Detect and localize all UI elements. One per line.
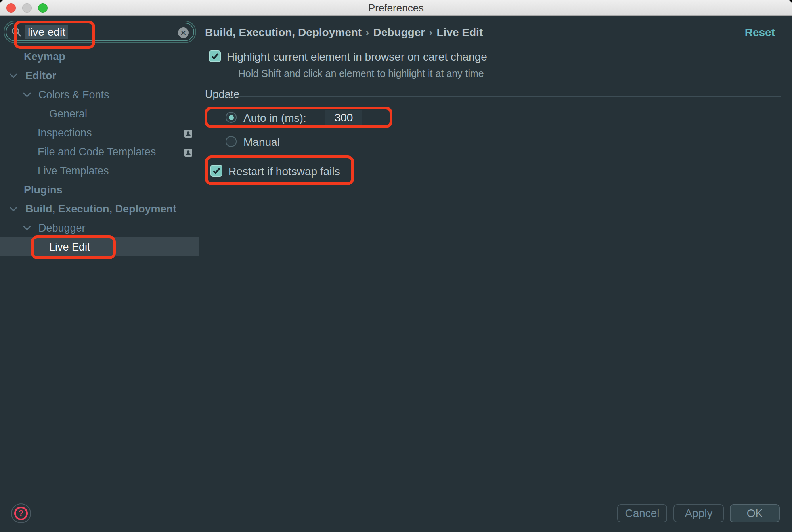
breadcrumb-part: Live Edit — [437, 26, 483, 38]
highlight-hint-text: Hold Shift and click an element to highl… — [238, 68, 484, 79]
sidebar-item-colors-fonts[interactable]: Colors & Fonts — [0, 85, 199, 104]
breadcrumb-part: Build, Execution, Deployment — [205, 26, 362, 38]
project-level-icon — [184, 147, 193, 160]
reset-link[interactable]: Reset — [745, 26, 775, 39]
auto-update-label: Auto in (ms): — [243, 112, 306, 124]
project-level-icon — [184, 128, 193, 141]
titlebar: Preferences — [0, 0, 792, 16]
clear-search-button[interactable]: ✕ — [178, 27, 189, 38]
sidebar-item-inspections[interactable]: Inspections — [0, 123, 199, 142]
search-query-text: live edit — [25, 25, 68, 39]
sidebar-item-general[interactable]: General — [0, 104, 199, 123]
restart-hotswap-checkbox[interactable] — [210, 165, 222, 177]
search-input[interactable]: live edit ✕ — [6, 23, 194, 41]
radio-dot-icon — [229, 115, 234, 120]
help-button[interactable]: ? — [11, 503, 31, 523]
check-icon — [211, 52, 218, 59]
section-divider — [227, 96, 781, 97]
auto-ms-input[interactable]: 300 — [325, 110, 362, 126]
ok-button[interactable]: OK — [730, 504, 780, 522]
sidebar-item-file-code-templates[interactable]: File and Code Templates — [0, 142, 199, 161]
manual-update-label: Manual — [243, 136, 280, 149]
chevron-down-icon[interactable] — [23, 92, 31, 97]
window-title: Preferences — [0, 0, 792, 16]
sidebar-item-keymap[interactable]: Keymap — [0, 47, 199, 66]
manual-update-radio[interactable] — [226, 136, 237, 147]
update-section-title: Update — [205, 88, 239, 101]
highlight-current-element-checkbox[interactable] — [209, 50, 221, 62]
breadcrumb-separator: › — [362, 26, 373, 38]
breadcrumb-separator: › — [425, 26, 436, 38]
help-icon: ? — [14, 507, 28, 520]
sidebar-item-live-templates[interactable]: Live Templates — [0, 161, 199, 180]
sidebar-item-editor[interactable]: Editor — [0, 66, 199, 85]
preferences-window: Preferences live edit ✕ Keymap Editor Co… — [0, 0, 792, 532]
search-icon — [11, 27, 22, 38]
sidebar-item-live-edit[interactable]: Live Edit — [0, 237, 199, 256]
breadcrumb-part: Debugger — [373, 26, 425, 38]
sidebar-item-build-execution-deployment[interactable]: Build, Execution, Deployment — [0, 199, 199, 218]
restart-hotswap-label: Restart if hotswap fails — [228, 165, 340, 178]
chevron-down-icon[interactable] — [10, 207, 17, 211]
check-icon — [213, 166, 220, 174]
chevron-down-icon[interactable] — [10, 73, 17, 78]
apply-button[interactable]: Apply — [673, 504, 724, 522]
cancel-button[interactable]: Cancel — [617, 504, 667, 522]
breadcrumb: Build, Execution, Deployment›Debugger›Li… — [205, 26, 483, 39]
chevron-down-icon[interactable] — [23, 226, 31, 230]
highlight-current-element-label: Highlight current element in browser on … — [227, 51, 487, 63]
settings-tree: Keymap Editor Colors & Fonts General Ins… — [0, 47, 199, 256]
sidebar-item-plugins[interactable]: Plugins — [0, 180, 199, 199]
close-icon: ✕ — [180, 29, 187, 37]
sidebar-item-debugger[interactable]: Debugger — [0, 218, 199, 237]
auto-update-radio[interactable] — [226, 112, 237, 123]
